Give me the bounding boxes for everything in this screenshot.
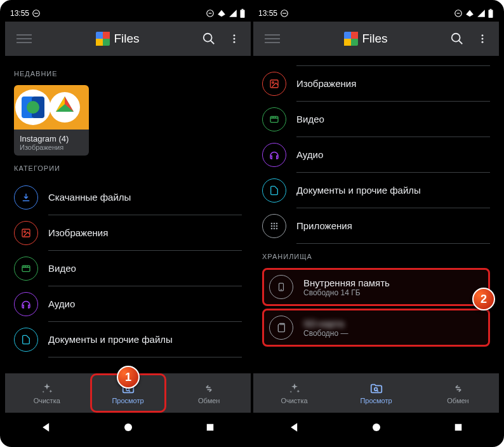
audio-icon [14, 292, 38, 316]
more-icon[interactable] [222, 26, 247, 51]
nav-clean[interactable]: Очистка [253, 373, 335, 413]
svg-rect-43 [454, 424, 461, 431]
svg-point-31 [271, 223, 273, 225]
category-label: Видео [48, 263, 242, 274]
app-title: Files [362, 32, 387, 46]
category-images[interactable]: Изображения [262, 66, 490, 102]
folder-search-icon [369, 382, 383, 396]
document-icon [262, 178, 286, 203]
category-label: Изображения [296, 78, 490, 89]
document-icon [14, 328, 38, 352]
svg-point-27 [482, 41, 484, 43]
more-icon[interactable] [470, 26, 495, 51]
video-icon [14, 257, 38, 281]
category-audio[interactable]: Аудио [14, 286, 242, 322]
nav-clean[interactable]: Очистка [5, 373, 89, 413]
status-time: 13:55 [258, 9, 277, 18]
nav-share[interactable]: Обмен [168, 373, 251, 413]
svg-point-18 [124, 424, 132, 431]
back-button[interactable] [286, 418, 303, 436]
svg-point-39 [276, 228, 278, 230]
svg-point-7 [234, 41, 235, 43]
storage-sub: Свободно 14 ГБ [303, 288, 483, 297]
category-documents[interactable]: Документы и прочие файлы [262, 173, 490, 208]
category-label: Изображения [48, 227, 242, 238]
files-app-icon [96, 32, 110, 46]
apps-icon [262, 214, 286, 238]
phone-right: 13:55 Files Изображения Видео А [253, 5, 499, 442]
recent-tile-title: Instagram (4) [20, 134, 83, 143]
svg-point-34 [271, 225, 273, 227]
category-label: Документы и прочие файлы [48, 334, 242, 345]
nav-share[interactable]: Обмен [417, 373, 499, 413]
search-icon[interactable] [196, 26, 222, 51]
home-button[interactable] [119, 418, 137, 436]
category-images[interactable]: Изображения [14, 215, 242, 251]
menu-icon[interactable] [265, 31, 280, 46]
files-app-icon [344, 32, 358, 46]
svg-point-42 [373, 424, 380, 431]
dnd-icon [32, 9, 41, 18]
svg-point-15 [24, 231, 26, 233]
storage-internal[interactable]: Внутренняя память Свободно 14 ГБ [262, 268, 490, 306]
battery-icon [487, 9, 494, 18]
svg-point-25 [482, 34, 484, 36]
nav-label: Просмотр [360, 397, 392, 404]
recent-thumbnail [14, 85, 89, 130]
wifi-icon [216, 9, 227, 18]
svg-rect-22 [489, 10, 493, 18]
home-button[interactable] [368, 418, 385, 436]
category-documents[interactable]: Документы и прочие файлы [14, 322, 242, 357]
category-video[interactable]: Видео [14, 251, 242, 286]
recents-button[interactable] [449, 418, 467, 436]
battery-icon [239, 9, 246, 18]
audio-icon [262, 143, 286, 167]
signal-icon [477, 9, 486, 18]
minus-icon [454, 9, 463, 18]
status-bar: 13:55 [253, 5, 499, 22]
storage-sub: Свободно — [303, 329, 483, 338]
share-icon [451, 382, 465, 396]
recent-tile[interactable]: Instagram (4) Изображения [14, 85, 89, 156]
app-bar: Files [253, 22, 499, 56]
category-label: Скачанные файлы [48, 192, 242, 203]
status-time: 13:55 [10, 9, 29, 18]
video-icon [262, 107, 286, 131]
menu-icon[interactable] [17, 31, 32, 46]
nav-label: Обмен [198, 397, 220, 404]
category-apps[interactable]: Приложения [262, 208, 490, 244]
svg-point-24 [452, 34, 460, 42]
app-bar: Files [5, 22, 251, 56]
category-downloads[interactable]: Скачанные файлы [14, 180, 242, 215]
svg-rect-3 [242, 9, 244, 10]
search-icon[interactable] [444, 26, 470, 51]
back-button[interactable] [37, 418, 55, 436]
svg-point-35 [274, 225, 275, 227]
recents-button[interactable] [201, 418, 219, 436]
sparkle-icon [288, 382, 302, 396]
category-video[interactable]: Видео [262, 102, 490, 137]
bottom-nav: Очистка Просмотр Обмен [253, 373, 499, 413]
download-icon [14, 185, 38, 210]
svg-point-37 [271, 228, 273, 230]
system-nav [253, 413, 499, 442]
storage-header: ХРАНИЛИЩА [262, 253, 490, 260]
content-area: НЕДАВНИЕ Instagram (4) Изображения КАТЕГ… [5, 56, 251, 373]
category-audio[interactable]: Аудио [262, 137, 490, 173]
svg-point-32 [274, 223, 275, 225]
phone-left: 13:55 Files НЕДАВНИЕ Instagram (4) Изобр… [5, 5, 251, 442]
nav-label: Просмотр [112, 397, 143, 404]
nav-browse[interactable]: Просмотр [335, 373, 417, 413]
content-area: Изображения Видео Аудио Документы и проч… [253, 56, 499, 373]
wifi-icon [465, 9, 475, 18]
category-label: Видео [296, 114, 490, 124]
dnd-icon [280, 9, 289, 18]
nav-label: Очистка [281, 397, 307, 404]
minus-icon [206, 9, 215, 18]
sparkle-icon [40, 382, 54, 396]
status-bar: 13:55 [5, 5, 251, 22]
storage-sdcard[interactable]: SD-карта Свободно — [262, 309, 490, 347]
callout-2: 2 [472, 288, 495, 310]
share-icon [202, 382, 216, 396]
image-icon [14, 221, 38, 245]
